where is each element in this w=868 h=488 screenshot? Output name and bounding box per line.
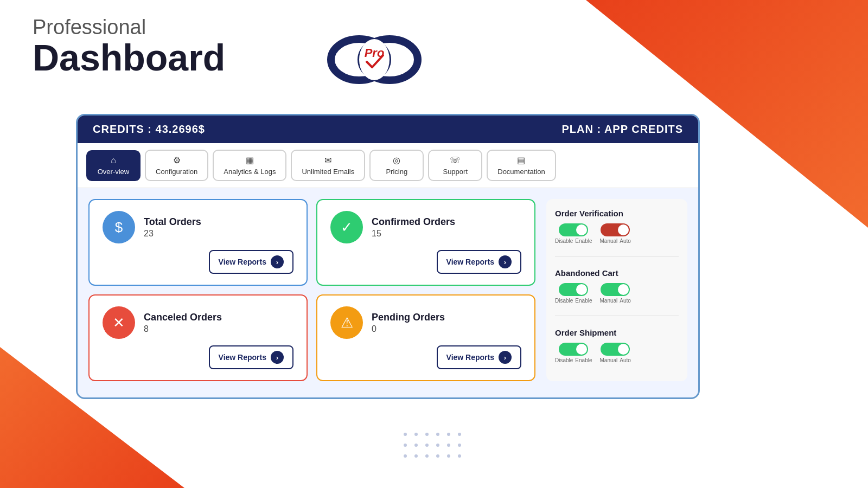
os-enabled-toggle[interactable] [559, 343, 588, 356]
header: Professional Dashboard [33, 16, 225, 76]
divider-1 [555, 256, 679, 256]
ac-mode-toggle[interactable] [601, 283, 630, 296]
canceled-orders-arrow-icon: › [271, 351, 284, 364]
canceled-orders-top: ✕ Canceled Orders 8 [103, 306, 293, 339]
order-verification-title: Order Verification [555, 209, 679, 218]
tab-configuration[interactable]: ⚙ Configuration [145, 150, 208, 181]
ac-enabled-toggle[interactable] [559, 283, 588, 296]
content-area: $ Total Orders 23 View Reports › ✓ Confi… [78, 188, 698, 387]
order-shipment-title: Order Shipment [555, 328, 679, 337]
ac-enabled-knob [576, 284, 587, 295]
ac-enabled-group: Disable Enable [555, 283, 592, 304]
ov-enable-label: Enable [575, 238, 592, 244]
credits-bar: CREDITS : 43.2696$ PLAN : APP CREDITS [78, 115, 698, 143]
abandoned-cart-title: Abandoned Cart [555, 268, 679, 278]
ov-mode-labels: Manual Auto [600, 238, 631, 244]
ov-mode-group: Manual Auto [600, 223, 631, 244]
tab-unlimited-emails-label: Unlimited Emails [302, 168, 354, 176]
logo-area: Pro [315, 16, 434, 103]
pending-orders-title: Pending Orders [372, 312, 445, 323]
ov-auto-label: Auto [620, 238, 631, 244]
svg-point-2 [359, 39, 390, 80]
canceled-orders-count: 8 [144, 324, 222, 334]
ov-mode-knob [618, 224, 629, 235]
pending-orders-top: ⚠ Pending Orders 0 [330, 306, 521, 339]
order-verification-toggles: Disable Enable Manual Auto [555, 223, 679, 244]
tab-configuration-label: Configuration [156, 168, 197, 176]
logo-svg: Pro [320, 22, 429, 98]
analytics-icon: ▦ [246, 155, 254, 165]
confirmed-orders-arrow-icon: › [499, 255, 512, 268]
ac-disable-label: Disable [555, 298, 573, 304]
total-orders-info: Total Orders 23 [144, 216, 201, 239]
tab-documentation[interactable]: ▤ Documentation [487, 150, 556, 181]
ac-mode-knob [618, 284, 629, 295]
confirmed-orders-icon: ✓ [330, 211, 363, 243]
confirmed-orders-card: ✓ Confirmed Orders 15 View Reports › [316, 199, 535, 286]
os-mode-labels: Manual Auto [600, 357, 631, 363]
ac-manual-label: Manual [600, 298, 618, 304]
abandoned-cart-toggles: Disable Enable Manual Auto [555, 283, 679, 304]
tab-documentation-label: Documentation [497, 168, 545, 176]
os-mode-toggle[interactable] [601, 343, 630, 356]
confirmed-orders-count: 15 [372, 229, 455, 239]
email-icon: ✉ [324, 155, 331, 165]
canceled-orders-card: ✕ Canceled Orders 8 View Reports › [88, 294, 308, 381]
tab-analytics-label: Analytics & Logs [224, 168, 276, 176]
os-manual-label: Manual [600, 357, 618, 363]
total-orders-btn-label: View Reports [219, 258, 266, 266]
confirmed-orders-top: ✓ Confirmed Orders 15 [330, 211, 521, 243]
gear-icon: ⚙ [173, 155, 181, 165]
orders-grid: $ Total Orders 23 View Reports › ✓ Confi… [88, 199, 535, 381]
ov-mode-toggle[interactable] [601, 223, 630, 236]
tab-analytics[interactable]: ▦ Analytics & Logs [213, 150, 286, 181]
credits-text: CREDITS : 43.2696$ [93, 123, 205, 136]
total-orders-arrow-icon: › [271, 255, 284, 268]
os-enabled-knob [576, 344, 587, 355]
confirmed-orders-title: Confirmed Orders [372, 216, 455, 228]
ac-enabled-labels: Disable Enable [555, 298, 592, 304]
tab-unlimited-emails[interactable]: ✉ Unlimited Emails [291, 150, 365, 181]
os-enabled-group: Disable Enable [555, 343, 592, 363]
ac-enable-label: Enable [575, 298, 592, 304]
canceled-orders-btn-label: View Reports [219, 353, 266, 362]
total-orders-view-reports-button[interactable]: View Reports › [209, 250, 293, 274]
tab-support[interactable]: ☏ Support [428, 150, 482, 181]
support-icon: ☏ [450, 155, 461, 165]
confirmed-orders-view-reports-button[interactable]: View Reports › [437, 250, 521, 274]
divider-2 [555, 316, 679, 316]
abandoned-cart-section: Abandoned Cart Disable Enable [555, 268, 679, 304]
ov-disable-label: Disable [555, 238, 573, 244]
ov-enabled-labels: Disable Enable [555, 238, 592, 244]
os-mode-knob [618, 344, 629, 355]
ac-auto-label: Auto [620, 298, 631, 304]
pending-orders-btn-label: View Reports [446, 353, 494, 362]
plan-text: PLAN : APP CREDITS [561, 123, 683, 136]
pending-orders-icon: ⚠ [330, 306, 363, 339]
canceled-orders-info: Canceled Orders 8 [144, 312, 222, 334]
os-enable-label: Enable [575, 357, 592, 363]
confirmed-orders-btn-label: View Reports [446, 258, 494, 266]
dots-decoration [404, 433, 464, 461]
os-auto-label: Auto [620, 357, 631, 363]
dashboard-card: CREDITS : 43.2696$ PLAN : APP CREDITS ⌂ … [76, 114, 700, 399]
tab-pricing[interactable]: ◎ Pricing [369, 150, 424, 181]
tab-overview[interactable]: ⌂ Over-view [86, 150, 141, 181]
total-orders-icon: $ [103, 211, 135, 243]
ov-enabled-knob [576, 224, 587, 235]
tab-overview-label: Over-view [98, 168, 130, 176]
ov-enabled-group: Disable Enable [555, 223, 592, 244]
os-enabled-labels: Disable Enable [555, 357, 592, 363]
os-mode-group: Manual Auto [600, 343, 631, 363]
pricing-icon: ◎ [393, 155, 400, 165]
total-orders-count: 23 [144, 229, 201, 239]
canceled-orders-icon: ✕ [103, 306, 135, 339]
ov-enabled-toggle[interactable] [559, 223, 588, 236]
tabs-bar: ⌂ Over-view ⚙ Configuration ▦ Analytics … [78, 143, 698, 188]
pending-orders-view-reports-button[interactable]: View Reports › [437, 345, 521, 369]
canceled-orders-view-reports-button[interactable]: View Reports › [209, 345, 293, 369]
pending-orders-arrow-icon: › [499, 351, 512, 364]
confirmed-orders-info: Confirmed Orders 15 [372, 216, 455, 239]
total-orders-card: $ Total Orders 23 View Reports › [88, 199, 308, 286]
header-professional: Professional [33, 16, 225, 39]
